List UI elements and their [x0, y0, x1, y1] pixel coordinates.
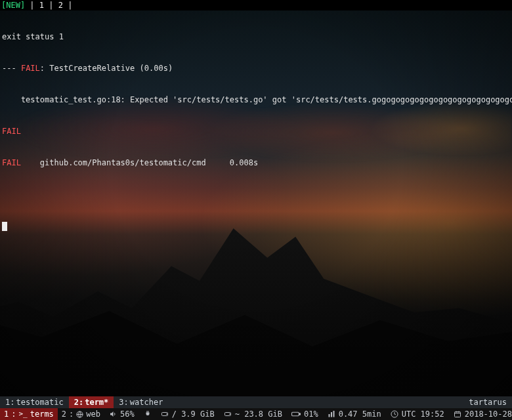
utc-text: UTC 19:52	[402, 408, 444, 420]
chart-icon	[328, 410, 335, 418]
tmux-status-bar: 1:testomatic 2:term* 3:watcher tartarus	[0, 396, 512, 408]
cursor-line	[2, 220, 510, 231]
pane-index: 1	[39, 1, 44, 10]
output-line: FAIL	[2, 126, 510, 136]
output-line	[2, 189, 510, 200]
tmux-window[interactable]: 1:testomatic	[0, 396, 69, 408]
disk-home-segment: ~ 23.8 GiB	[219, 408, 287, 420]
datetime-segment: 2018-10-28 20:52:31	[449, 408, 512, 420]
svg-point-4	[229, 414, 230, 415]
terminal-pane[interactable]: [NEW] | 1 | 2 | exit status 1 --- FAIL: …	[0, 0, 512, 396]
power-segment	[139, 408, 156, 420]
utc-segment: UTC 19:52	[386, 408, 449, 420]
load-segment: 0.47 5min	[323, 408, 386, 420]
tmux-pane-status: [NEW] | 1 | 2 |	[0, 0, 512, 10]
prompt-icon: >_	[18, 408, 27, 420]
disk-icon	[161, 410, 169, 418]
terminal-cursor	[2, 222, 7, 231]
workspace-label: web	[86, 408, 100, 420]
svg-rect-8	[331, 412, 332, 417]
pane-index: 2	[58, 1, 63, 10]
volume-segment[interactable]: 56%	[104, 408, 139, 420]
globe-icon	[76, 411, 83, 418]
svg-rect-5	[292, 412, 299, 415]
workspace-button[interactable]: 2:web	[58, 408, 104, 420]
workspace-index: 2	[62, 408, 66, 420]
disk-root-segment: / 3.9 GiB	[156, 408, 219, 420]
terminal-output: exit status 1 --- FAIL: TestCreateRelati…	[0, 10, 512, 252]
plug-icon	[144, 410, 152, 418]
i3-status-bar: 1:>_terms 2:web 56% / 3.9 GiB ~ 23.8 GiB…	[0, 408, 512, 420]
tmux-hostname: tartarus	[463, 396, 512, 408]
calendar-icon	[454, 410, 461, 418]
workspace-button[interactable]: 1:>_terms	[0, 408, 58, 420]
svg-rect-6	[299, 413, 301, 415]
pane-status-new-badge: [NEW]	[1, 1, 25, 10]
output-line: exit status 1	[2, 32, 510, 42]
tmux-window[interactable]: 2:term*	[69, 396, 114, 408]
workspace-label: terms	[30, 408, 54, 420]
speaker-icon	[109, 410, 117, 418]
disk-home-text: ~ 23.8 GiB	[235, 408, 282, 420]
datetime-text: 2018-10-28 20:52:31	[465, 408, 512, 420]
disk-icon	[224, 410, 232, 418]
output-line: FAIL github.com/Phantas0s/testomatic/cmd…	[2, 158, 510, 168]
disk-root-text: / 3.9 GiB	[172, 408, 215, 420]
output-line: testomatic_test.go:18: Expected 'src/tes…	[2, 94, 510, 105]
output-line: --- FAIL: TestCreateRelative (0.00s)	[2, 63, 510, 74]
volume-text: 56%	[120, 408, 135, 420]
workspace-index: 1	[4, 408, 9, 420]
svg-rect-11	[454, 412, 460, 417]
clock-icon	[391, 410, 398, 418]
svg-point-2	[166, 414, 167, 415]
svg-rect-7	[328, 414, 330, 417]
battery-text: 01%	[304, 408, 318, 420]
battery-segment: 01%	[287, 408, 323, 420]
svg-rect-9	[333, 411, 334, 417]
battery-icon	[291, 410, 301, 418]
tmux-window[interactable]: 3:watcher	[114, 396, 168, 408]
load-text: 0.47 5min	[339, 408, 381, 420]
